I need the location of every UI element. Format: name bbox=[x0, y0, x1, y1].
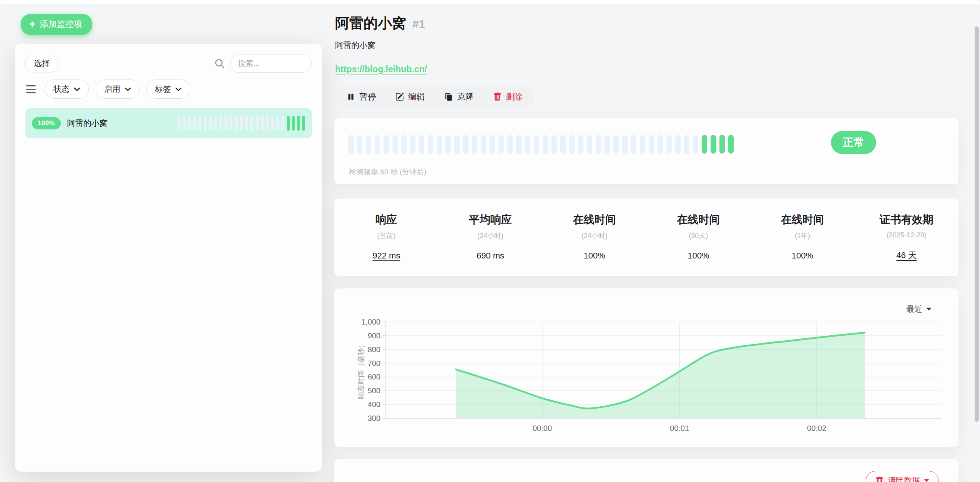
search-input[interactable] bbox=[230, 55, 312, 73]
monitor-url-link[interactable]: https://blog.leihub.cn/ bbox=[335, 64, 427, 75]
stat-value: 100% bbox=[542, 251, 646, 261]
beat-empty[interactable] bbox=[649, 135, 654, 154]
beat-empty[interactable] bbox=[481, 135, 486, 154]
beat-empty[interactable] bbox=[261, 116, 264, 131]
beat-empty[interactable] bbox=[348, 135, 354, 154]
beat-empty[interactable] bbox=[498, 135, 504, 154]
beat-empty[interactable] bbox=[631, 135, 636, 154]
beat-empty[interactable] bbox=[560, 135, 566, 154]
monitor-title: 阿雷的小窝 bbox=[335, 15, 406, 31]
beat-empty[interactable] bbox=[183, 116, 186, 131]
beat-empty[interactable] bbox=[658, 135, 663, 154]
beat-empty[interactable] bbox=[245, 116, 248, 131]
beat-up[interactable] bbox=[711, 135, 716, 154]
beat-up[interactable] bbox=[287, 116, 290, 131]
heartbeat-bar-large[interactable] bbox=[348, 135, 734, 154]
beat-empty[interactable] bbox=[224, 116, 228, 131]
beat-empty[interactable] bbox=[229, 116, 233, 131]
beat-empty[interactable] bbox=[401, 135, 407, 154]
beat-empty[interactable] bbox=[472, 135, 477, 154]
svg-text:00:01: 00:01 bbox=[670, 424, 689, 432]
beat-up[interactable] bbox=[297, 116, 300, 131]
beat-empty[interactable] bbox=[534, 135, 539, 154]
stat-value[interactable]: 46 天 bbox=[854, 250, 958, 261]
clear-data-label: 清除数据 bbox=[888, 475, 920, 482]
response-chart-card: 最近 3004005006007008009001,00000:0000:010… bbox=[334, 288, 958, 447]
beat-up[interactable] bbox=[702, 135, 707, 154]
beat-up[interactable] bbox=[719, 135, 725, 154]
action-bar: 暂停 编辑 克隆 删除 bbox=[334, 86, 535, 108]
beat-empty[interactable] bbox=[366, 135, 371, 154]
beat-empty[interactable] bbox=[250, 116, 253, 131]
beat-empty[interactable] bbox=[204, 116, 207, 131]
beat-empty[interactable] bbox=[428, 135, 433, 154]
stat-value[interactable]: 922 ms bbox=[334, 251, 439, 261]
beat-empty[interactable] bbox=[384, 135, 389, 154]
clear-data-button[interactable]: 清除数据 bbox=[866, 471, 938, 482]
beat-empty[interactable] bbox=[357, 135, 362, 154]
beat-empty[interactable] bbox=[605, 135, 610, 154]
beat-empty[interactable] bbox=[188, 116, 191, 131]
beat-empty[interactable] bbox=[454, 135, 460, 154]
beat-empty[interactable] bbox=[596, 135, 601, 154]
select-button[interactable]: 选择 bbox=[25, 54, 58, 73]
beat-up[interactable] bbox=[302, 116, 305, 131]
svg-text:900: 900 bbox=[368, 331, 380, 340]
beat-empty[interactable] bbox=[507, 135, 513, 154]
beat-empty[interactable] bbox=[266, 116, 269, 131]
stat-title: 在线时间 bbox=[751, 212, 855, 227]
beat-empty[interactable] bbox=[240, 116, 243, 131]
clone-label: 克隆 bbox=[457, 91, 474, 103]
beat-empty[interactable] bbox=[276, 116, 279, 131]
add-monitor-button[interactable]: + 添加监控项 bbox=[21, 14, 92, 35]
beat-empty[interactable] bbox=[235, 116, 238, 131]
beat-empty[interactable] bbox=[569, 135, 575, 154]
vertical-scrollbar[interactable] bbox=[975, 27, 979, 422]
stat-sub: (当前) bbox=[334, 231, 439, 240]
filter-status-dropdown[interactable]: 状态 bbox=[45, 80, 89, 99]
pause-button[interactable]: 暂停 bbox=[347, 91, 376, 103]
beat-up[interactable] bbox=[728, 135, 734, 154]
edit-button[interactable]: 编辑 bbox=[395, 91, 425, 103]
monitor-list-item[interactable]: 100% 阿雷的小窝 bbox=[25, 108, 312, 138]
beat-empty[interactable] bbox=[219, 116, 222, 131]
beat-empty[interactable] bbox=[375, 135, 380, 154]
beat-empty[interactable] bbox=[693, 135, 698, 154]
beat-empty[interactable] bbox=[410, 135, 415, 154]
beat-empty[interactable] bbox=[445, 135, 451, 154]
beat-empty[interactable] bbox=[666, 135, 672, 154]
beat-empty[interactable] bbox=[209, 116, 212, 131]
pause-icon bbox=[347, 93, 355, 101]
beat-empty[interactable] bbox=[437, 135, 442, 154]
beat-empty[interactable] bbox=[463, 135, 468, 154]
beat-empty[interactable] bbox=[684, 135, 689, 154]
beat-empty[interactable] bbox=[193, 116, 196, 131]
beat-empty[interactable] bbox=[613, 135, 619, 154]
beat-empty[interactable] bbox=[622, 135, 628, 154]
beat-empty[interactable] bbox=[578, 135, 583, 154]
beat-empty[interactable] bbox=[214, 116, 217, 131]
select-all-icon[interactable] bbox=[25, 83, 37, 96]
beat-empty[interactable] bbox=[281, 116, 284, 131]
beat-empty[interactable] bbox=[256, 116, 259, 131]
beat-empty[interactable] bbox=[392, 135, 398, 154]
beat-empty[interactable] bbox=[490, 135, 495, 154]
response-time-chart[interactable]: 3004005006007008009001,00000:0000:0100:0… bbox=[334, 288, 958, 447]
beat-empty[interactable] bbox=[543, 135, 548, 154]
delete-button[interactable]: 删除 bbox=[493, 91, 523, 103]
beat-empty[interactable] bbox=[178, 116, 181, 131]
filter-tags-dropdown[interactable]: 标签 bbox=[146, 80, 190, 99]
beat-empty[interactable] bbox=[551, 135, 557, 154]
heartbeat-bar-small[interactable] bbox=[178, 116, 305, 131]
beat-up[interactable] bbox=[292, 116, 295, 131]
beat-empty[interactable] bbox=[587, 135, 592, 154]
beat-empty[interactable] bbox=[516, 135, 522, 154]
beat-empty[interactable] bbox=[525, 135, 530, 154]
beat-empty[interactable] bbox=[675, 135, 681, 154]
beat-empty[interactable] bbox=[640, 135, 645, 154]
filter-active-dropdown[interactable]: 启用 bbox=[96, 80, 140, 99]
beat-empty[interactable] bbox=[419, 135, 424, 154]
beat-empty[interactable] bbox=[271, 116, 274, 131]
clone-button[interactable]: 克隆 bbox=[444, 91, 474, 103]
beat-empty[interactable] bbox=[198, 116, 201, 131]
